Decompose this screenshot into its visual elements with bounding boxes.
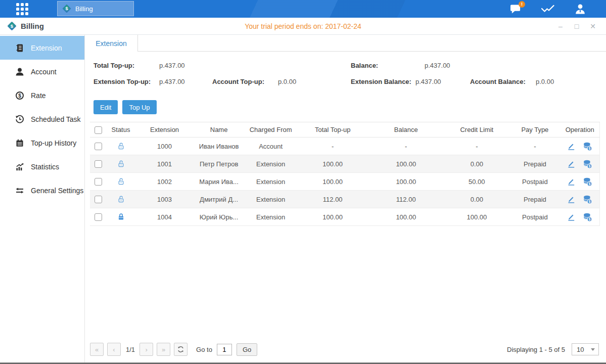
- sidebar-item-rate[interactable]: Rate: [0, 83, 84, 107]
- table-row[interactable]: 1001 Петр Петров Extension 100.00 100.00…: [90, 155, 600, 173]
- cell-balance: 100.00: [368, 208, 444, 226]
- row-checkbox[interactable]: [95, 213, 102, 221]
- cell-credit-limit: 100.00: [444, 208, 509, 226]
- edit-row-icon[interactable]: [567, 213, 576, 221]
- cell-pay-type: Postpaid: [509, 208, 560, 226]
- row-checkbox[interactable]: [95, 160, 102, 168]
- table-row[interactable]: 1003 Дмитрий Д... Extension 112.00 112.0…: [90, 191, 600, 208]
- edit-row-icon[interactable]: [567, 160, 576, 168]
- go-button[interactable]: Go: [237, 343, 257, 356]
- pagination-bar: « ‹ 1/1 › » Go to Go Displaying 1 - 5 of…: [85, 341, 606, 362]
- topup-history-ledger-icon: [15, 139, 24, 148]
- col-balance: Balance: [368, 122, 444, 138]
- cell-credit-limit: -: [444, 138, 509, 155]
- apps-grid-icon[interactable]: [16, 3, 28, 15]
- extension-journal-icon: [15, 43, 24, 53]
- sidebar-item-account[interactable]: Account: [0, 60, 84, 83]
- topup-row-icon[interactable]: [583, 142, 592, 151]
- extension-topup-label: Extension Top-up:: [94, 78, 151, 85]
- minimize-button[interactable]: –: [556, 22, 565, 30]
- table-row[interactable]: 1004 Юрий Юрь... Extension 100.00 100.00…: [90, 208, 600, 226]
- user-icon: [574, 3, 586, 15]
- trial-notice: Your trial period ends on: 2017-02-24: [245, 22, 361, 30]
- next-page-button[interactable]: ›: [139, 343, 153, 356]
- general-settings-sliders-icon: [15, 186, 24, 195]
- cell-balance: 100.00: [368, 155, 444, 173]
- topup-row-icon[interactable]: [583, 195, 592, 204]
- topbar: Billing !: [0, 0, 606, 18]
- cell-total-topup: 100.00: [297, 208, 368, 226]
- account-balance-label: Account Balance:: [470, 78, 526, 85]
- refresh-icon: [177, 345, 184, 353]
- taskbar-item-billing[interactable]: Billing: [57, 1, 134, 16]
- total-topup-value: p.437.00: [159, 62, 185, 69]
- sidebar-item-statistics[interactable]: Statistics: [0, 155, 84, 178]
- page-size-select[interactable]: 10: [572, 343, 599, 355]
- statistics-button[interactable]: [541, 3, 554, 15]
- topup-row-icon[interactable]: [583, 177, 592, 187]
- row-checkbox[interactable]: [95, 143, 102, 150]
- scheduled-task-clock-icon: [15, 115, 24, 124]
- notification-badge: !: [519, 1, 525, 8]
- messages-button[interactable]: !: [509, 3, 522, 15]
- last-page-button[interactable]: »: [157, 343, 170, 356]
- cell-extension: 1002: [135, 173, 194, 191]
- cell-name: Иван Иванов: [194, 138, 244, 155]
- taskbar-item-label: Billing: [75, 5, 93, 13]
- prev-page-button[interactable]: ‹: [107, 343, 121, 356]
- chevron-down-icon: [591, 348, 595, 351]
- edit-row-icon[interactable]: [567, 142, 576, 151]
- goto-label: Go to: [196, 346, 212, 353]
- cell-balance: -: [368, 138, 444, 155]
- sidebar-item-label: Account: [31, 68, 57, 76]
- lock-status-icon: [117, 195, 125, 202]
- tab-extension[interactable]: Extension: [85, 35, 138, 52]
- row-checkbox[interactable]: [95, 178, 102, 186]
- displaying-info: Displaying 1 - 5 of 5: [507, 346, 565, 353]
- table-row[interactable]: 1002 Мария Ива... Extension 100.00 100.0…: [90, 173, 600, 191]
- account-topup-value: p.0.00: [278, 78, 296, 85]
- cell-credit-limit: 0.00: [444, 191, 509, 208]
- sidebar-item-extension[interactable]: Extension: [0, 36, 84, 60]
- lock-status-icon: [117, 142, 125, 149]
- maximize-button[interactable]: □: [573, 22, 581, 30]
- col-extension: Extension: [135, 122, 194, 138]
- edit-button[interactable]: Edit: [94, 100, 118, 114]
- sidebar-item-general-settings[interactable]: General Settings: [0, 178, 84, 202]
- topup-row-icon[interactable]: [583, 212, 592, 222]
- balance-label: Balance:: [351, 62, 378, 69]
- close-button[interactable]: ✕: [589, 22, 597, 30]
- window-titlebar: Billing Your trial period ends on: 2017-…: [0, 18, 606, 35]
- topup-row-icon[interactable]: [583, 159, 592, 169]
- extension-balance-value: p.437.00: [415, 78, 441, 85]
- edit-row-icon[interactable]: [567, 177, 576, 186]
- refresh-button[interactable]: [174, 343, 188, 356]
- user-menu-button[interactable]: [574, 3, 587, 15]
- cell-balance: 112.00: [368, 191, 444, 208]
- edit-row-icon[interactable]: [567, 195, 576, 204]
- cell-charged-from: Extension: [244, 191, 297, 208]
- sidebar-item-scheduled-task[interactable]: Scheduled Task: [0, 107, 84, 131]
- select-all-checkbox[interactable]: [95, 126, 102, 134]
- cell-extension: 1003: [135, 191, 194, 208]
- sidebar-item-label: General Settings: [31, 187, 83, 195]
- billing-diamond-icon: [62, 4, 71, 13]
- sidebar-item-label: Statistics: [31, 163, 59, 171]
- topup-button[interactable]: Top Up: [122, 100, 156, 114]
- row-checkbox[interactable]: [95, 196, 102, 203]
- lock-status-icon: [117, 177, 125, 185]
- goto-page-input[interactable]: [217, 344, 232, 355]
- col-total-topup: Total Top-up: [297, 122, 368, 138]
- table-row[interactable]: 1000 Иван Иванов Account - - - -: [90, 138, 600, 155]
- cell-extension: 1001: [135, 155, 194, 173]
- statistics-chart-icon: [15, 162, 24, 171]
- sidebar: Extension Account Rate Scheduled Task To…: [0, 35, 85, 362]
- cell-total-topup: 100.00: [297, 155, 368, 173]
- sidebar-item-label: Top-up History: [31, 139, 76, 147]
- balance-summary: Total Top-up: p.437.00 Balance: p.437.00…: [85, 52, 606, 95]
- first-page-button[interactable]: «: [90, 343, 104, 356]
- cell-credit-limit: 50.00: [444, 173, 509, 191]
- col-pay-type: Pay Type: [509, 122, 560, 138]
- total-topup-label: Total Top-up:: [94, 62, 134, 69]
- sidebar-item-topup-history[interactable]: Top-up History: [0, 131, 84, 155]
